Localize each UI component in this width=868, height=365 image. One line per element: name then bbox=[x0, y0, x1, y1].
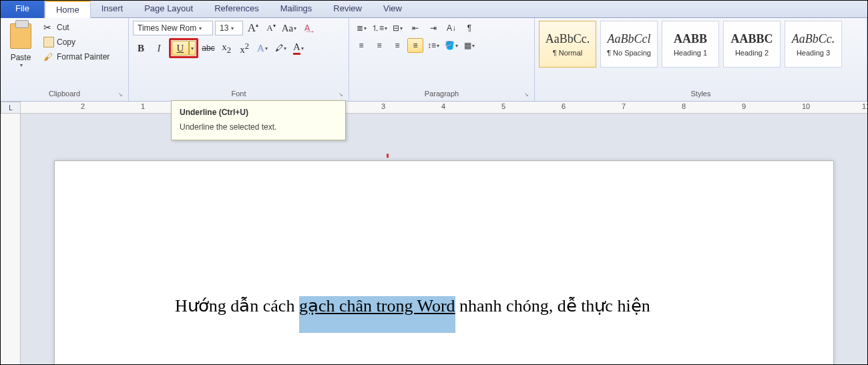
ribbon-tab-strip: File Home Insert Page Layout References … bbox=[1, 1, 867, 18]
copy-label: Copy bbox=[57, 37, 75, 47]
selected-text: gạch chân trong Word bbox=[299, 296, 455, 333]
ruler-tick: 10 bbox=[802, 102, 810, 110]
justify-icon: ≡ bbox=[413, 41, 417, 50]
clear-formatting-button[interactable]: A͢ bbox=[299, 21, 315, 35]
increase-indent-button[interactable]: ⇥ bbox=[425, 21, 441, 35]
borders-button[interactable]: ▦▾ bbox=[461, 38, 477, 53]
shrink-font-button[interactable]: A▾ bbox=[263, 21, 279, 35]
tab-mailings[interactable]: Mailings bbox=[270, 1, 323, 18]
highlighter-icon: 🖍 bbox=[275, 43, 283, 53]
style-name: ¶ Normal bbox=[553, 49, 582, 57]
paste-button[interactable]: Paste ▾ bbox=[5, 21, 37, 89]
format-painter-label: Format Painter bbox=[57, 52, 110, 62]
shading-button[interactable]: 🪣▾ bbox=[443, 38, 459, 53]
justify-button[interactable]: ≡ bbox=[407, 38, 423, 53]
cut-button[interactable]: ✂ Cut bbox=[41, 21, 112, 34]
style--no-spacing[interactable]: AaBbCcl¶ No Spacing bbox=[600, 21, 658, 68]
tab-references[interactable]: References bbox=[204, 1, 269, 18]
style-sample: AaBbCcl bbox=[608, 32, 651, 46]
subscript-icon: x2 bbox=[222, 41, 231, 55]
bullets-button[interactable]: ≣▾ bbox=[353, 21, 369, 35]
style--normal[interactable]: AaBbCc.¶ Normal bbox=[539, 21, 596, 68]
ruler-tick: 4 bbox=[441, 102, 445, 110]
cut-label: Cut bbox=[57, 23, 69, 32]
decrease-indent-button[interactable]: ⇤ bbox=[407, 21, 423, 35]
format-painter-button[interactable]: 🖌 Format Painter bbox=[41, 50, 112, 64]
group-font: Times New Rom▾ 13▾ A▴ A▾ Aa▾ A͢ B I U ▾ … bbox=[129, 18, 349, 101]
tooltip-body: Underline the selected text. bbox=[180, 122, 337, 132]
align-left-icon: ≡ bbox=[359, 41, 363, 50]
chevron-down-icon: ▾ bbox=[20, 62, 23, 68]
ruler-tick: 1 bbox=[141, 102, 145, 110]
ruler-corner[interactable]: L bbox=[1, 102, 21, 114]
italic-button[interactable]: I bbox=[151, 41, 167, 55]
tab-home[interactable]: Home bbox=[45, 1, 91, 18]
grow-font-button[interactable]: A▴ bbox=[245, 21, 261, 35]
align-right-button[interactable]: ≡ bbox=[389, 38, 405, 53]
style-heading-1[interactable]: AABBHeading 1 bbox=[662, 21, 719, 68]
change-case-icon: Aa bbox=[282, 23, 294, 34]
numbering-icon: ⒈≡ bbox=[371, 23, 384, 34]
tooltip-underline: Underline (Ctrl+U) Underline the selecte… bbox=[171, 100, 346, 140]
bullets-icon: ≣ bbox=[357, 23, 363, 33]
align-left-button[interactable]: ≡ bbox=[353, 38, 369, 53]
superscript-button[interactable]: x2 bbox=[236, 41, 252, 55]
align-right-icon: ≡ bbox=[395, 41, 399, 50]
style-heading-3[interactable]: AaBbCc.Heading 3 bbox=[785, 21, 842, 68]
group-label-clipboard: Clipboard bbox=[5, 89, 124, 101]
tab-review[interactable]: Review bbox=[322, 1, 373, 18]
font-size-value: 13 bbox=[220, 23, 228, 33]
document-text[interactable]: Hướng dẫn cách gạch chân trong Word nhan… bbox=[175, 296, 650, 333]
font-family-value: Times New Rom bbox=[138, 23, 196, 33]
ruler-tick: 11 bbox=[862, 102, 867, 110]
text-effects-icon: A bbox=[257, 43, 264, 54]
horizontal-ruler[interactable]: 2112345678910111213 bbox=[21, 102, 867, 114]
font-color-button[interactable]: A▾ bbox=[290, 41, 306, 55]
style-heading-2[interactable]: AABBCHeading 2 bbox=[723, 21, 781, 68]
outdent-icon: ⇤ bbox=[412, 23, 419, 33]
document-area: L 2112345678910111213 Hướng dẫn cách gạc… bbox=[1, 102, 867, 365]
tab-insert[interactable]: Insert bbox=[91, 1, 134, 18]
page[interactable]: Hướng dẫn cách gạch chân trong Word nhan… bbox=[54, 160, 834, 365]
cursor-marker bbox=[387, 154, 389, 158]
font-size-combo[interactable]: 13▾ bbox=[215, 21, 243, 35]
tooltip-title: Underline (Ctrl+U) bbox=[180, 108, 337, 117]
sort-button[interactable]: A↓ bbox=[443, 21, 459, 35]
underline-button[interactable]: U bbox=[172, 41, 189, 55]
change-case-button[interactable]: Aa▾ bbox=[281, 21, 297, 35]
copy-button[interactable]: Copy bbox=[41, 35, 112, 49]
numbering-button[interactable]: ⒈≡▾ bbox=[371, 21, 387, 35]
strikethrough-button[interactable]: abc bbox=[200, 41, 216, 55]
group-clipboard: Paste ▾ ✂ Cut Copy 🖌 Format Painter Clip… bbox=[1, 18, 129, 101]
group-styles: AaBbCc.¶ NormalAaBbCcl¶ No SpacingAABBHe… bbox=[535, 18, 867, 101]
align-center-icon: ≡ bbox=[377, 41, 381, 50]
style-name: Heading 3 bbox=[797, 49, 830, 57]
group-label-styles: Styles bbox=[539, 89, 863, 101]
show-marks-button[interactable]: ¶ bbox=[461, 21, 477, 35]
multilevel-list-button[interactable]: ⊟▾ bbox=[389, 21, 405, 35]
paste-label: Paste bbox=[11, 53, 31, 62]
bold-button[interactable]: B bbox=[133, 41, 149, 55]
style-sample: AaBbCc. bbox=[792, 32, 835, 46]
highlight-button[interactable]: 🖍▾ bbox=[272, 41, 288, 55]
bucket-icon: 🪣 bbox=[445, 41, 455, 50]
tab-page-layout[interactable]: Page Layout bbox=[134, 1, 204, 18]
style-sample: AABBC bbox=[730, 32, 773, 46]
underline-split-button[interactable]: ▾ bbox=[189, 41, 196, 55]
line-spacing-button[interactable]: ↕≡▾ bbox=[425, 38, 441, 53]
subscript-button[interactable]: x2 bbox=[218, 41, 234, 55]
font-family-combo[interactable]: Times New Rom▾ bbox=[133, 21, 213, 35]
font-color-icon: A bbox=[293, 41, 300, 55]
indent-icon: ⇥ bbox=[430, 23, 437, 33]
text-effects-button[interactable]: A▾ bbox=[254, 41, 270, 55]
ruler-tick: 6 bbox=[562, 102, 566, 110]
tab-view[interactable]: View bbox=[373, 1, 413, 18]
document-scroll[interactable]: Hướng dẫn cách gạch chân trong Word nhan… bbox=[21, 114, 867, 365]
file-tab[interactable]: File bbox=[1, 1, 45, 18]
ruler-tick: 9 bbox=[742, 102, 746, 110]
ruler-tick: 7 bbox=[622, 102, 626, 110]
scissors-icon: ✂ bbox=[43, 22, 54, 33]
align-center-button[interactable]: ≡ bbox=[371, 38, 387, 53]
vertical-ruler[interactable] bbox=[1, 114, 21, 365]
documents-icon bbox=[43, 37, 54, 47]
